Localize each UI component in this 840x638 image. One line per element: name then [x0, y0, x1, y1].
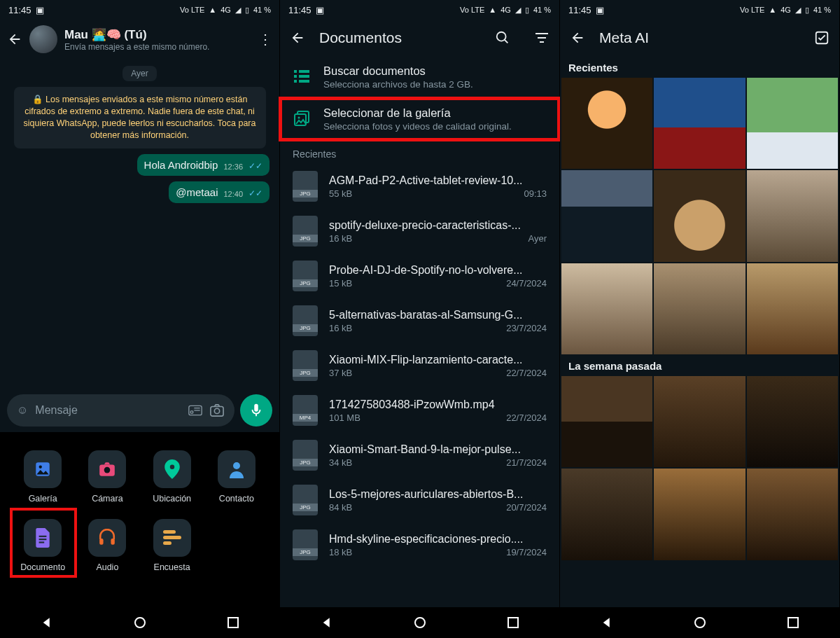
nav-recent-icon[interactable] [507, 617, 519, 628]
attach-gallery[interactable]: Galería [14, 450, 71, 504]
emoji-icon[interactable]: ☺ [17, 404, 28, 417]
file-row[interactable]: Los-5-mejores-auriculares-abiertos-B...8… [280, 478, 559, 522]
message-time: 12:36 [223, 162, 243, 171]
message-out[interactable]: @metaai 12:40 ✓✓ [169, 181, 270, 203]
gallery-thumb[interactable] [561, 78, 652, 169]
sort-icon[interactable] [534, 32, 550, 44]
nav-recent-icon[interactable] [788, 617, 799, 628]
file-date: 22/7/2024 [506, 368, 547, 378]
gallery-thumb[interactable] [747, 78, 838, 169]
file-row[interactable]: spotify-deluxe-precio-caracteristicas-..… [280, 209, 559, 254]
sticker-icon[interactable] [188, 405, 202, 416]
file-row[interactable]: Probe-AI-DJ-de-Spotify-no-lo-volvere...1… [280, 254, 559, 298]
svg-point-38 [695, 618, 705, 627]
gallery-thumb[interactable] [747, 469, 838, 560]
file-list: AGM-Pad-P2-Active-tablet-review-10...55 … [280, 164, 559, 607]
file-date: 22/7/2024 [506, 412, 547, 423]
svg-rect-28 [294, 80, 297, 83]
gallery-thumb[interactable] [561, 469, 652, 560]
file-row[interactable]: Hmd-skyline-especificaciones-precio....1… [280, 522, 559, 567]
nav-home-icon[interactable] [414, 617, 426, 628]
status-bar: 11:45 ▣ Vo LTE ▲ 4G ◢ ▯ 41 % [280, 0, 559, 20]
nav-back-icon[interactable] [321, 616, 333, 629]
svg-point-21 [497, 32, 506, 41]
gallery-thumb[interactable] [561, 263, 652, 354]
svg-line-22 [505, 40, 508, 43]
status-time: 11:45 [288, 5, 312, 15]
option-sub: Selecciona fotos y videos de calidad ori… [323, 121, 512, 132]
back-button[interactable] [7, 32, 22, 47]
gallery-thumb[interactable] [654, 170, 745, 261]
battery-icon: ▯ [805, 6, 809, 15]
signal-icon: ◢ [515, 6, 521, 15]
avatar[interactable] [29, 25, 57, 53]
status-time: 11:45 [8, 5, 31, 15]
gallery-thumb[interactable] [561, 376, 652, 467]
input-row: ☺ Mensaje [0, 389, 279, 432]
svg-rect-1 [190, 411, 192, 413]
select-from-gallery-option[interactable]: Seleccionar de la galería Selecciona fot… [280, 98, 559, 140]
message-input[interactable]: ☺ Mensaje [7, 394, 234, 427]
file-row[interactable]: Xiaomi-Smart-Band-9-la-mejor-pulse...34 … [280, 433, 559, 478]
section-lastweek: La semana pasada [560, 354, 839, 376]
gallery-thumb[interactable] [747, 170, 838, 261]
nav-back-icon[interactable] [601, 616, 613, 629]
attach-poll[interactable]: Encuesta [144, 519, 201, 572]
nav-home-icon[interactable] [694, 617, 706, 628]
gallery-thumb[interactable] [654, 263, 745, 354]
svg-rect-15 [111, 539, 115, 545]
select-icon[interactable] [814, 30, 830, 46]
back-button[interactable] [290, 30, 305, 46]
file-row[interactable]: 5-alternativas-baratas-al-Samsung-G...16… [280, 298, 559, 343]
browse-documents-option[interactable]: Buscar documentos Selecciona archivos de… [280, 56, 559, 98]
attach-camera[interactable]: Cámara [78, 450, 136, 504]
file-size: 34 kB [329, 457, 352, 468]
gallery-thumb[interactable] [654, 469, 745, 560]
gallery-thumb[interactable] [747, 263, 838, 354]
attach-document[interactable]: Documento [14, 519, 71, 572]
recents-label: Recientes [280, 140, 559, 164]
battery-pct: 41 % [253, 6, 271, 14]
file-type-icon [293, 440, 318, 471]
chat-title-block[interactable]: Mau 🧑‍💻🧠 (Tú) Envía mensajes a este mism… [64, 27, 250, 52]
option-sub: Selecciona archivos de hasta 2 GB. [323, 79, 473, 90]
svg-rect-31 [299, 80, 309, 83]
file-type-icon [293, 305, 318, 336]
gallery-thumb[interactable] [654, 78, 745, 169]
attach-label: Galería [29, 494, 57, 504]
more-menu-button[interactable]: ⋮ [257, 31, 272, 48]
wifi-icon: ▲ [769, 6, 776, 14]
search-icon[interactable] [495, 30, 510, 46]
mic-button[interactable] [240, 394, 272, 427]
camera-icon[interactable] [209, 403, 225, 417]
screenshot-icon: ▣ [36, 5, 44, 15]
attach-audio[interactable]: Audio [78, 519, 136, 572]
nav-home-icon[interactable] [134, 617, 146, 628]
file-row[interactable]: 1714275803488-iPzowWmb.mp4101 MB22/7/202… [280, 388, 559, 433]
wifi-icon: ▲ [489, 6, 496, 14]
attach-contact[interactable]: Contacto [208, 450, 265, 504]
back-button[interactable] [570, 30, 585, 46]
attach-location[interactable]: Ubicación [144, 450, 201, 504]
file-date: 20/7/2024 [506, 502, 547, 513]
file-type-icon [293, 171, 318, 202]
gallery-thumb[interactable] [561, 170, 652, 261]
svg-rect-17 [163, 536, 181, 539]
attach-label: Documento [20, 562, 65, 572]
file-size: 55 kB [329, 188, 352, 199]
file-date: 09:13 [524, 188, 547, 199]
gallery-thumb[interactable] [654, 376, 745, 467]
nav-recent-icon[interactable] [227, 617, 239, 628]
nav-back-icon[interactable] [41, 616, 53, 629]
lte-icon: Vo LTE [460, 6, 484, 14]
screenshot-icon: ▣ [316, 5, 324, 15]
battery-pct: 41 % [533, 6, 551, 14]
metaai-header: Meta AI [560, 20, 839, 56]
gallery-thumb[interactable] [747, 376, 838, 467]
status-bar: 11:45 ▣ Vo LTE ▲ 4G ◢ ▯ 41 % [560, 0, 839, 20]
message-out[interactable]: Hola Androidbip 12:36 ✓✓ [137, 154, 270, 176]
file-row[interactable]: Xiaomi-MIX-Flip-lanzamiento-caracte...37… [280, 343, 559, 388]
file-name: Probe-AI-DJ-de-Spotify-no-lo-volvere... [329, 264, 547, 277]
file-row[interactable]: AGM-Pad-P2-Active-tablet-review-10...55 … [280, 164, 559, 209]
encryption-notice[interactable]: 🔒 Los mensajes enviados a este mismo núm… [14, 87, 266, 148]
